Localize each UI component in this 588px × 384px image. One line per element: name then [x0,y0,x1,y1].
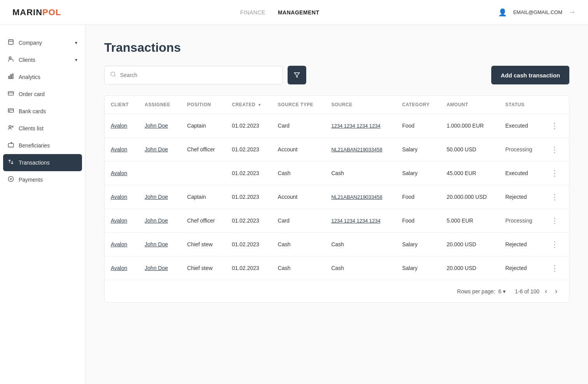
cell-position: Chef officer [181,138,226,161]
cell-amount: 5.000 EUR [440,209,499,233]
row-more-button[interactable]: ⋮ [549,263,560,273]
svg-rect-5 [12,74,13,79]
assignee-link[interactable]: John Doe [145,217,168,224]
cell-source-type: Card [272,114,325,138]
table-row: Avalon John Doe Captain 01.02.2023 Accou… [105,185,569,209]
sidebar-item-clients-list[interactable]: Clients list [0,120,85,137]
row-more-button[interactable]: ⋮ [549,168,560,178]
cell-category: Food [396,209,440,233]
logo: MARINPOL [12,7,61,18]
cell-assignee: John Doe [138,256,181,280]
sidebar-item-transactions[interactable]: Transactions [3,154,82,171]
cell-amount: 20.000.000 USD [440,185,499,209]
order-card-icon [8,90,14,98]
cell-position [181,161,226,185]
client-link[interactable]: Avalon [111,170,127,176]
svg-rect-8 [8,109,13,112]
svg-rect-3 [9,76,10,79]
sidebar-item-order-card[interactable]: Order card [0,86,85,103]
assignee-link[interactable]: John Doe [145,123,168,129]
sidebar-item-bank-cards[interactable]: Bank cards [0,103,85,120]
nav-management[interactable]: MANAGEMENT [278,9,319,16]
col-created[interactable]: CREATED ▾ [226,96,272,114]
cell-category: Food [396,185,440,209]
next-page-button[interactable]: › [553,286,560,296]
status-badge: Processing [505,217,532,224]
toolbar: Add cash transaction [104,66,569,84]
rows-per-page-value: 6 [498,288,501,295]
client-link[interactable]: Avalon [111,146,127,153]
sidebar: Company ▾ Clients ▾ Analytics Order card [0,25,85,384]
row-more-button[interactable]: ⋮ [549,216,560,225]
assignee-link[interactable]: John Doe [145,194,168,200]
cell-source: 1234 1234 1234 1234 [325,209,396,233]
cell-more: ⋮ [543,114,569,138]
filter-button[interactable] [288,66,306,84]
sidebar-item-payments[interactable]: Payments [0,171,85,188]
cell-created: 01.02.2023 [226,185,272,209]
source-link[interactable]: NL21ABAN219033458 [331,147,382,153]
svg-point-11 [9,126,11,128]
sidebar-item-label: Analytics [19,74,40,80]
col-status: STATUS [499,96,543,114]
row-more-button[interactable]: ⋮ [549,145,560,154]
rows-per-page-select[interactable]: 6 ▾ [498,288,506,295]
sidebar-item-analytics[interactable]: Analytics [0,68,85,86]
svg-point-2 [9,57,11,59]
source-link[interactable]: 1234 1234 1234 1234 [331,218,380,224]
cell-more: ⋮ [543,185,569,209]
client-link[interactable]: Avalon [111,217,127,224]
row-more-button[interactable]: ⋮ [549,121,560,130]
assignee-link[interactable]: John Doe [145,265,168,271]
svg-rect-0 [9,40,13,44]
cell-status: Executed [499,161,543,185]
cell-position: Captain [181,185,226,209]
sidebar-item-company[interactable]: Company ▾ [0,34,85,51]
status-badge: Executed [505,123,528,129]
rows-chevron-icon: ▾ [503,288,506,295]
prev-page-button[interactable]: ‹ [543,286,550,296]
user-email: EMAIL@GMAIL.COM [513,9,562,15]
source-link[interactable]: NL21ABAN219033458 [331,194,382,200]
source-link[interactable]: 1234 1234 1234 1234 [331,123,380,129]
client-link[interactable]: Avalon [111,123,127,129]
client-link[interactable]: Avalon [111,194,127,200]
cell-created: 01.02.2023 [226,209,272,233]
row-more-button[interactable]: ⋮ [549,240,560,249]
sort-icon: ▾ [258,103,261,107]
cell-more: ⋮ [543,209,569,233]
logout-icon[interactable]: → [569,8,576,16]
chevron-down-icon: ▾ [75,40,77,46]
cell-client: Avalon [105,209,138,233]
sidebar-item-beneficiaries[interactable]: Beneficiaries [0,137,85,154]
sidebar-item-clients[interactable]: Clients ▾ [0,51,85,68]
search-input[interactable] [120,72,277,78]
cell-source: Cash [325,233,396,256]
nav-finance[interactable]: FINANCE [240,9,265,16]
cell-source-type: Cash [272,256,325,280]
table-row: Avalon John Doe Chef officer 01.02.2023 … [105,138,569,161]
table-row: Avalon John Doe Captain 01.02.2023 Card … [105,114,569,138]
client-link[interactable]: Avalon [111,241,127,247]
cell-created: 01.02.2023 [226,138,272,161]
row-more-button[interactable]: ⋮ [549,192,560,202]
add-cash-transaction-button[interactable]: Add cash transaction [491,66,569,84]
cell-source: Cash [325,256,396,280]
page-info: 1-6 of 100 [515,288,539,295]
status-badge: Executed [505,170,528,176]
main-content: Transactions Add cash transaction CLIENT [85,25,588,384]
svg-point-10 [9,111,10,111]
cell-amount: 45.000 EUR [440,161,499,185]
cell-client: Avalon [105,256,138,280]
search-icon [110,71,116,79]
client-link[interactable]: Avalon [111,265,127,271]
svg-marker-17 [294,73,299,77]
table-row: Avalon John Doe Chef officer 01.02.2023 … [105,209,569,233]
assignee-link[interactable]: John Doe [145,241,168,247]
cell-amount: 20.000 USD [440,233,499,256]
cell-amount: 1.000.000 EUR [440,114,499,138]
cell-category: Salary [396,233,440,256]
col-assignee: ASSIGNEE [138,96,181,114]
assignee-link[interactable]: John Doe [145,146,168,153]
cell-status: Processing [499,138,543,161]
